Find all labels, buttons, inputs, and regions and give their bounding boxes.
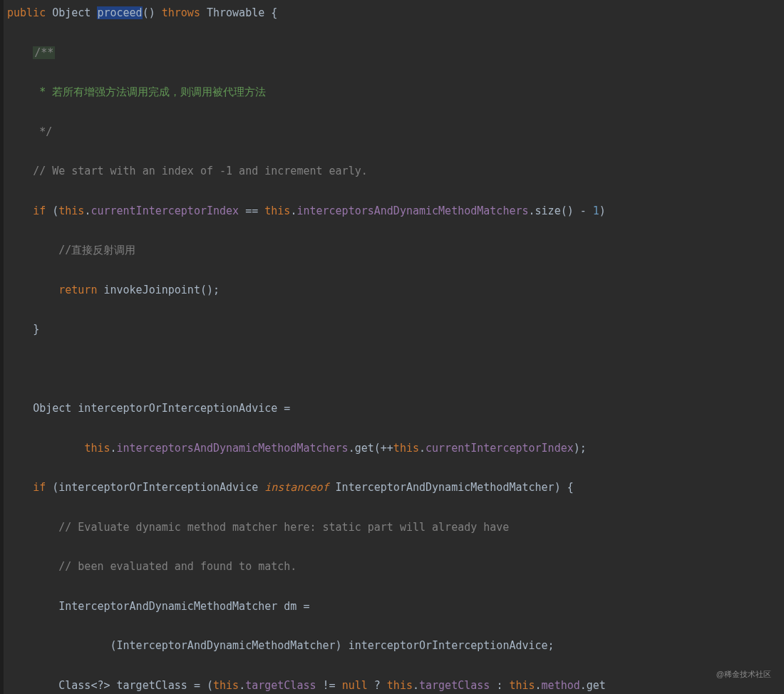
- method-get: get: [355, 442, 374, 455]
- kw-public: public: [7, 6, 46, 19]
- num-1: 1: [593, 204, 599, 217]
- comment-westart: // We start with an index of -1 and incr…: [33, 165, 368, 177]
- type-class: Class: [58, 679, 91, 692]
- type-object2: Object: [33, 402, 71, 415]
- kw-this: this: [58, 204, 84, 217]
- doc-close: */: [39, 125, 52, 138]
- var-intOrAdvice: interceptorOrInterceptionAdvice: [78, 402, 277, 415]
- var-dm: dm: [284, 600, 296, 613]
- field-currentIdx: currentInterceptorIndex: [91, 204, 239, 217]
- type-throwable: Throwable: [207, 6, 264, 19]
- comment-eval2: // been evaluated and found to match.: [58, 560, 296, 573]
- kw-instanceof: instanceof: [264, 481, 329, 494]
- method-invokeJoinpoint: invokeJoinpoint: [103, 284, 200, 296]
- kw-return: return: [58, 284, 97, 296]
- parens: (): [143, 6, 155, 19]
- doc-comment-open: /**: [33, 46, 55, 59]
- kw-null: null: [342, 679, 368, 692]
- doc-line: 若所有增强方法调用完成，则调用被代理方法: [52, 86, 266, 98]
- var-targetClass: targetClass: [117, 679, 187, 692]
- method-proceed: proceed: [97, 6, 142, 19]
- doc-bullet: *: [39, 86, 46, 98]
- method-size: size: [535, 204, 561, 217]
- kw-if: if: [33, 204, 46, 217]
- field-targetClass: targetClass: [245, 679, 316, 692]
- code-editor: public Object proceed() throws Throwable…: [4, 4, 784, 694]
- watermark: @稀金技术社区: [716, 667, 771, 681]
- field-interceptors: interceptorsAndDynamicMethodMatchers: [296, 204, 528, 217]
- field-method: method: [542, 679, 580, 692]
- kw-throws: throws: [162, 6, 200, 19]
- comment-reflect: //直接反射调用: [58, 244, 135, 257]
- comment-eval1: // Evaluate dynamic method matcher here:…: [58, 521, 509, 534]
- type-object: Object: [52, 6, 91, 19]
- type-IADMM: InterceptorAndDynamicMethodMatcher: [336, 481, 555, 494]
- brace: {: [271, 6, 277, 19]
